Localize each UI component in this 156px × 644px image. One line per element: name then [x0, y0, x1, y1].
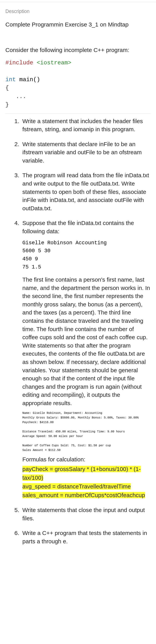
code-token-int: int [5, 76, 16, 83]
outdata-sample: Name: Giselle Robinson, Department: Acco… [22, 411, 151, 453]
code-brace-close: } [5, 102, 9, 108]
code-sample: #include <iostream> int main() { ... } [5, 59, 151, 109]
step-4-intro: Suppose that the file inData.txt contain… [22, 220, 134, 234]
formula-heading: Formulas for calculation: [22, 455, 151, 464]
code-token-iostream: <iostream> [33, 60, 71, 66]
content-container: Description Complete Programmin Exercise… [0, 2, 156, 560]
separator [5, 114, 151, 114]
code-token-include: #include [5, 60, 33, 66]
assignment-intro: Complete Programmin Exercise 3_1 on Mind… [5, 20, 151, 28]
formula-sales: sales_amount = numberOfCups*costOfeachcu… [22, 492, 145, 498]
step-2-text: Write statements that declare inFile to … [22, 141, 142, 164]
step-1: Write a statement that includes the head… [21, 117, 151, 134]
steps-list: Write a statement that includes the head… [5, 117, 151, 546]
step-3: The program will read data from the file… [21, 171, 151, 212]
step-1-text: Write a statement that includes the head… [22, 118, 143, 132]
description-label: Description [5, 8, 151, 15]
step-5: Write statements that close the input an… [21, 506, 151, 522]
code-token-main: main() [16, 76, 40, 83]
program-prompt: Consider the following incomplete C++ pr… [5, 46, 151, 54]
formula-block: payCheck = grossSalary * (1+bonus/100) *… [22, 465, 151, 500]
code-brace-open: { [5, 85, 9, 91]
step-6-text: Write a C++ program that tests the state… [22, 530, 147, 544]
step-4-body: The first line contains a person's first… [22, 276, 151, 408]
step-2: Write statements that declare inFile to … [21, 140, 151, 165]
top-divider [0, 0, 156, 2]
code-ellipsis: ... [5, 93, 26, 100]
formula-paycheck: payCheck = grossSalary * (1+bonus/100) *… [22, 466, 141, 481]
step-6: Write a C++ program that tests the state… [21, 529, 151, 546]
step-4: Suppose that the file inData.txt contain… [21, 219, 151, 500]
step-3-text: The program will read data from the file… [22, 172, 149, 211]
step-5-text: Write statements that close the input an… [22, 507, 145, 522]
indata-sample: Giselle Robinson Accounting 5600 5 30 45… [22, 239, 151, 271]
formula-avgspeed: avg_speed = distanceTravelled/travelTime [22, 483, 131, 490]
